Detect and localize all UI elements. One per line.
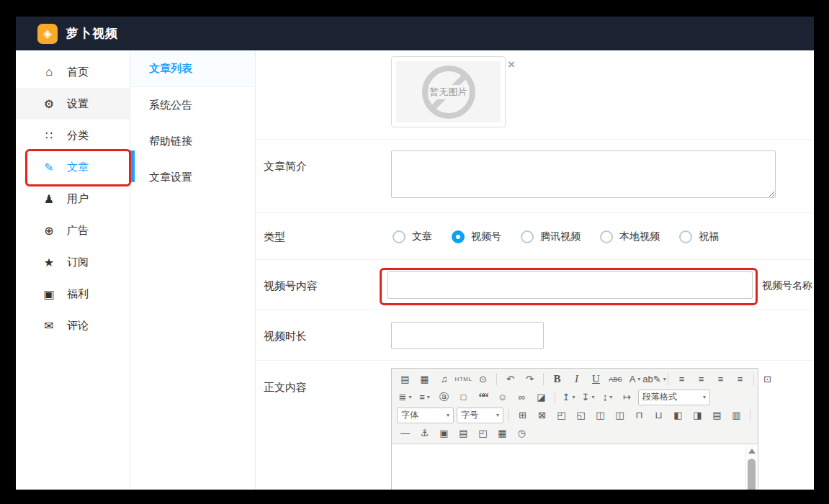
sidebar-item-users[interactable]: ♟ 用户: [16, 183, 130, 215]
merge-cells-icon[interactable]: ◫▾: [591, 407, 609, 423]
italic-icon[interactable]: I▾: [568, 371, 586, 387]
toolbar-separator: [750, 409, 750, 421]
main-content: 暂无图片 × 文章简介 类型 文章: [256, 50, 814, 490]
insert-time-icon[interactable]: ◷▾: [513, 425, 531, 441]
anchor-icon[interactable]: ⚓▾: [416, 425, 434, 441]
duration-input[interactable]: [391, 322, 544, 349]
underline-icon[interactable]: U▾: [587, 371, 605, 387]
new-document-icon[interactable]: □▾: [454, 389, 472, 405]
unordered-list-icon[interactable]: ≡▾: [416, 389, 434, 405]
subnav-article-settings[interactable]: 文章设置: [130, 159, 255, 195]
insert-table-icon[interactable]: ⊞▾: [514, 407, 532, 423]
blockquote-icon[interactable]: ““▾: [474, 389, 492, 405]
bold-icon[interactable]: B▾: [548, 371, 566, 387]
strikethrough-icon[interactable]: ABC▾: [606, 371, 624, 387]
radio-video-channel[interactable]: 视频号: [452, 230, 501, 243]
gear-icon: ⚙: [42, 97, 56, 111]
toolbar-row-4: —▾⚓▾▣▾▤▾◰▾▦▾◷▾: [395, 424, 754, 442]
image-map-icon[interactable]: ▣▾: [435, 425, 453, 441]
radio-icon: [679, 230, 692, 243]
delete-table-icon[interactable]: ⊠▾: [533, 407, 551, 423]
preview-icon[interactable]: ⊙▾: [474, 371, 492, 387]
sidebar-item-label: 订阅: [67, 256, 89, 269]
anchor-text-icon[interactable]: ⓐ▾: [435, 389, 453, 405]
text-indent-icon[interactable]: ↦▾: [618, 389, 636, 405]
paragraph-format-select[interactable]: 段落格式▾: [638, 390, 710, 405]
sidebar-item-articles[interactable]: ✎ 文章: [16, 151, 130, 183]
margin-bottom-icon[interactable]: ↧▾: [579, 389, 597, 405]
sidebar-item-label: 评论: [67, 319, 89, 333]
duration-row: 视频时长: [256, 310, 814, 360]
undo-icon[interactable]: ↶▾: [501, 371, 519, 387]
insert-video-icon[interactable]: ▦▾: [416, 371, 434, 387]
link-icon[interactable]: ∞▾: [513, 389, 531, 405]
scrollbar-thumb[interactable]: [748, 459, 756, 490]
split-cells-icon[interactable]: ◫▾: [611, 407, 629, 423]
sidebar-item-categories[interactable]: ∷ 分类: [16, 120, 130, 151]
table-props-icon[interactable]: ◰▾: [552, 407, 570, 423]
subnav-item-label: 帮助链接: [149, 135, 192, 148]
intro-textarea[interactable]: [391, 150, 776, 198]
app-logo[interactable]: ◈: [37, 24, 58, 44]
subnav-item-label: 文章设置: [149, 171, 192, 184]
insert-col-left-icon[interactable]: ◧▾: [669, 407, 687, 423]
type-row: 类型 文章 视频号 腾讯视频: [256, 212, 814, 259]
line-height-icon[interactable]: ↨▾: [599, 389, 617, 405]
sidebar-item-comments[interactable]: ✉ 评论: [16, 310, 130, 341]
remove-cover-button[interactable]: ×: [508, 58, 515, 71]
edit-icon: ✎: [42, 161, 56, 174]
scroll-up-arrow-icon[interactable]: [748, 449, 756, 454]
font-family-select[interactable]: 字体▾: [397, 408, 454, 423]
editor-content-area[interactable]: [392, 444, 758, 490]
subnav-help-links[interactable]: 帮助链接: [130, 123, 255, 159]
highlight-color-icon[interactable]: ab✎▾: [645, 371, 663, 387]
sidebar-item-benefits[interactable]: ▣ 福利: [16, 278, 130, 310]
insert-col-right-icon[interactable]: ◨▾: [689, 407, 707, 423]
delete-row-icon[interactable]: ▤▾: [708, 407, 726, 423]
video-channel-input[interactable]: [387, 271, 753, 299]
paste-icon[interactable]: ◰▾: [474, 425, 492, 441]
horizontal-rule-icon[interactable]: —▾: [396, 425, 414, 441]
content-label: 正文内容: [264, 381, 307, 395]
insert-music-icon[interactable]: ♫▾: [435, 371, 453, 387]
sidebar-item-ads[interactable]: ⊕ 广告: [16, 215, 130, 246]
editor-scrollbar[interactable]: [745, 444, 758, 490]
type-radio-group: 文章 视频号 腾讯视频 本地视频: [393, 213, 719, 260]
cell-props-icon[interactable]: ◱▾: [572, 407, 590, 423]
align-right-icon[interactable]: ≡▾: [712, 371, 730, 387]
subnav-article-list[interactable]: 文章列表: [130, 50, 255, 87]
sidebar-item-settings[interactable]: ⚙ 设置: [16, 88, 130, 120]
subnav-system-announcement[interactable]: 系统公告: [130, 87, 255, 123]
sidebar-item-label: 福利: [67, 287, 89, 301]
emoticon-icon[interactable]: ☺▾: [493, 389, 511, 405]
sidebar-item-subscriptions[interactable]: ★ 订阅: [16, 246, 130, 278]
radio-local-video[interactable]: 本地视频: [600, 230, 660, 243]
delete-col-icon[interactable]: ▥▾: [727, 407, 745, 423]
sidebar-item-label: 用户: [67, 192, 89, 206]
toolbar-row-2: ≣▾≡▾ⓐ▾□▾““▾☺▾∞▾◪▾↥▾↧▾↨▾↦▾段落格式▾: [395, 388, 754, 406]
sidebar-item-home[interactable]: ⌂ 首页: [16, 56, 130, 88]
remove-format-icon[interactable]: ◪▾: [532, 389, 550, 405]
cover-image-thumbnail[interactable]: 暂无图片: [391, 56, 506, 127]
justify-icon[interactable]: ≡▾: [731, 371, 749, 387]
insert-date-icon[interactable]: ▦▾: [493, 425, 511, 441]
redo-icon[interactable]: ↷▾: [521, 371, 539, 387]
html-source-icon[interactable]: HTML▾: [454, 371, 472, 387]
fullscreen-icon[interactable]: ⊡▾: [758, 371, 776, 387]
video-channel-suffix-label: 视频号名称: [762, 279, 812, 292]
print-icon[interactable]: ▤▾: [454, 425, 472, 441]
margin-top-icon[interactable]: ↥▾: [560, 389, 578, 405]
insert-row-below-icon[interactable]: ⊔▾: [650, 407, 668, 423]
align-center-icon[interactable]: ≡▾: [692, 371, 710, 387]
align-left-icon[interactable]: ≡▾: [673, 371, 691, 387]
insert-row-above-icon[interactable]: ⊓▾: [630, 407, 648, 423]
font-size-select[interactable]: 字号▾: [457, 408, 503, 423]
ordered-list-icon[interactable]: ≣▾: [396, 389, 414, 405]
font-color-icon[interactable]: A▾: [626, 371, 644, 387]
radio-tencent-video[interactable]: 腾讯视频: [521, 230, 581, 243]
duration-label: 视频时长: [264, 330, 307, 343]
user-icon: ♟: [42, 192, 56, 206]
insert-image-icon[interactable]: ▤▾: [396, 371, 414, 387]
radio-article[interactable]: 文章: [393, 230, 432, 243]
radio-blessing[interactable]: 祝福: [679, 230, 719, 243]
